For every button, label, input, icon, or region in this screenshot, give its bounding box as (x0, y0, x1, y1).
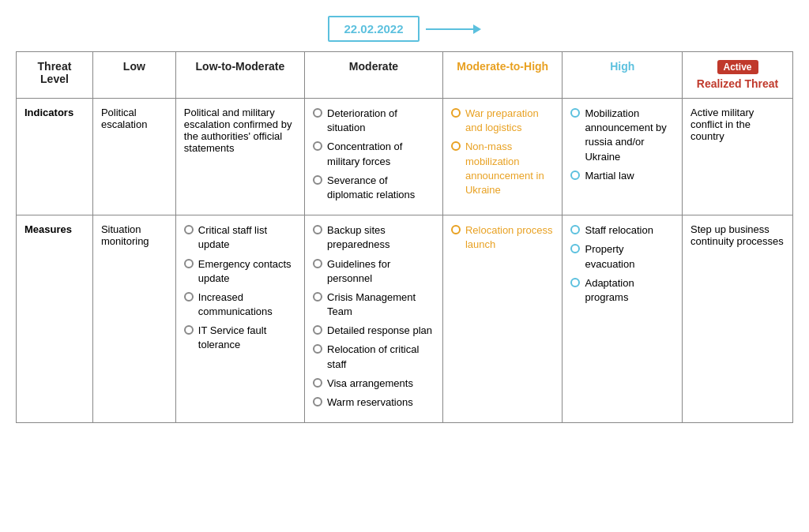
list-item: Detailed response plan (313, 324, 435, 338)
bullet-icon (451, 141, 461, 151)
item-text: Concentration of military forces (327, 140, 435, 168)
item-text: Severance of diplomatic relations (327, 174, 435, 202)
col-header-moderate-to-high: Moderate-to-High (442, 52, 563, 99)
realized-threat-label: Realized Threat (690, 77, 785, 90)
indicators-high-list: Mobilization announcement by russia and/… (570, 107, 674, 183)
bullet-icon (570, 278, 580, 287)
list-item: Visa arrangements (313, 377, 435, 391)
indicators-low: Political escalation (92, 99, 175, 215)
item-text: IT Service fault tolerance (198, 324, 296, 352)
col-header-realized-threat: Active Realized Threat (683, 52, 793, 99)
indicators-mod-high: War preparation and logistics Non-mass m… (442, 99, 563, 215)
measures-moderate: Backup sites preparedness Guidelines for… (305, 215, 443, 423)
bullet-icon (313, 292, 322, 302)
list-item: Mobilization announcement by russia and/… (570, 107, 674, 164)
list-item: Backup sites preparedness (313, 223, 435, 252)
item-text: Increased communications (198, 290, 296, 319)
list-item: Relocation process launch (451, 223, 555, 252)
item-text: War preparation and logistics (465, 107, 555, 135)
col-header-low: Low (92, 52, 175, 99)
indicators-label: Indicators (17, 99, 93, 215)
col-header-moderate: Moderate (305, 52, 443, 99)
indicators-high: Mobilization announcement by russia and/… (563, 99, 683, 215)
item-text: Deterioration of situation (327, 107, 435, 135)
measures-row: Measures Situation monitoring Critical s… (17, 215, 793, 423)
list-item: Deterioration of situation (313, 107, 435, 135)
bullet-icon (313, 378, 322, 388)
list-item: Non-mass mobilization announcement in Uk… (451, 140, 555, 197)
indicators-row: Indicators Political escalation Politica… (17, 99, 793, 215)
item-text: Emergency contacts update (198, 257, 296, 286)
bullet-icon (184, 325, 194, 335)
bullet-icon (570, 225, 580, 234)
item-text: Non-mass mobilization announcement in Uk… (465, 140, 555, 197)
measures-low-mod-list: Critical staff list update Emergency con… (184, 223, 296, 353)
measures-low: Situation monitoring (92, 215, 175, 423)
bullet-icon (451, 225, 461, 234)
date-arrow (426, 24, 481, 34)
list-item: Concentration of military forces (313, 140, 435, 168)
header-row: Threat Level Low Low-to-Moderate Moderat… (17, 52, 793, 99)
list-item: Guidelines for personnel (313, 257, 435, 286)
measures-label: Measures (17, 215, 93, 423)
bullet-icon (313, 325, 322, 335)
item-text: Adaptation programs (585, 276, 674, 305)
bullet-icon (451, 108, 461, 118)
bullet-icon (570, 108, 580, 118)
indicators-low-mod: Political and military escalation confir… (175, 99, 304, 215)
item-text: Staff relocation (585, 223, 653, 238)
item-text: Critical staff list update (198, 223, 296, 252)
list-item: Staff relocation (570, 223, 674, 238)
bullet-icon (570, 170, 580, 180)
col-header-threat-level: Threat Level (17, 52, 93, 99)
indicators-moderate: Deterioration of situation Concentration… (305, 99, 443, 215)
item-text: Crisis Management Team (327, 290, 435, 319)
list-item: Critical staff list update (184, 223, 296, 252)
item-text: Warm reservations (327, 395, 413, 410)
list-item: Relocation of critical staff (313, 343, 435, 371)
bullet-icon (313, 225, 322, 234)
bullet-icon (313, 175, 322, 185)
col-header-high: High (563, 52, 683, 99)
list-item: IT Service fault tolerance (184, 324, 296, 352)
list-item: War preparation and logistics (451, 107, 555, 135)
measures-realized: Step up business continuity processes (683, 215, 793, 423)
item-text: Relocation process launch (465, 223, 555, 252)
arrow-line (426, 28, 473, 30)
item-text: Property evacuation (585, 242, 674, 271)
measures-moderate-list: Backup sites preparedness Guidelines for… (313, 223, 435, 410)
measures-mod-high: Relocation process launch (442, 215, 563, 423)
bullet-icon (313, 397, 322, 406)
bullet-icon (184, 259, 194, 268)
item-text: Detailed response plan (327, 324, 432, 338)
measures-mod-high-list: Relocation process launch (451, 223, 555, 252)
indicators-moderate-list: Deterioration of situation Concentration… (313, 107, 435, 202)
bullet-icon (313, 141, 322, 151)
bullet-icon (184, 292, 194, 302)
bullet-icon (570, 244, 580, 253)
arrow-head (473, 24, 481, 34)
threat-table: Threat Level Low Low-to-Moderate Moderat… (16, 51, 793, 423)
bullet-icon (184, 225, 194, 234)
item-text: Backup sites preparedness (327, 223, 435, 252)
item-text: Martial law (585, 169, 634, 183)
list-item: Severance of diplomatic relations (313, 174, 435, 202)
measures-high-list: Staff relocation Property evacuation Ada… (570, 223, 674, 305)
date-label: 22.02.2022 (328, 16, 419, 42)
bullet-icon (313, 344, 322, 354)
measures-low-mod: Critical staff list update Emergency con… (175, 215, 304, 423)
col-header-low-to-moderate: Low-to-Moderate (175, 52, 304, 99)
list-item: Martial law (570, 169, 674, 183)
item-text: Visa arrangements (327, 377, 413, 391)
list-item: Increased communications (184, 290, 296, 319)
list-item: Crisis Management Team (313, 290, 435, 319)
list-item: Emergency contacts update (184, 257, 296, 286)
list-item: Adaptation programs (570, 276, 674, 305)
list-item: Property evacuation (570, 242, 674, 271)
date-banner: 22.02.2022 (16, 16, 793, 42)
bullet-icon (313, 108, 322, 118)
indicators-realized: Active military conflict in the country (683, 99, 793, 215)
list-item: Warm reservations (313, 395, 435, 410)
indicators-mod-high-list: War preparation and logistics Non-mass m… (451, 107, 555, 197)
item-text: Relocation of critical staff (327, 343, 435, 371)
